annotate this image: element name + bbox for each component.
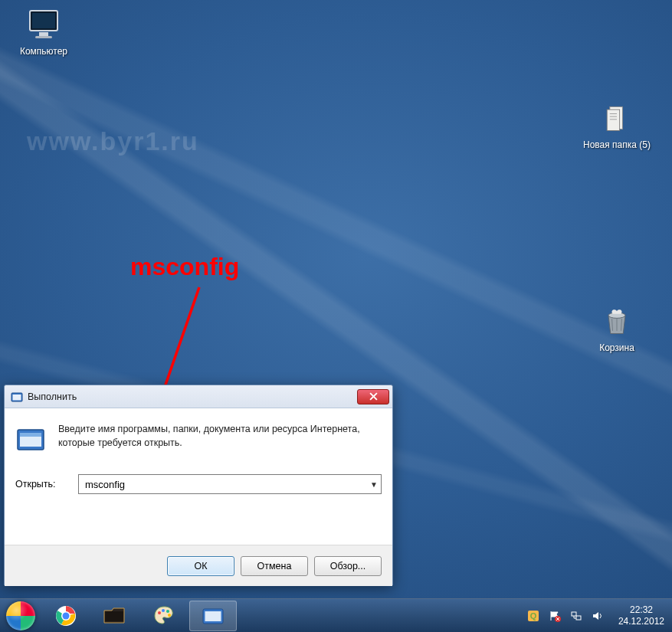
open-label: Открыть: xyxy=(15,479,70,490)
tray-network-icon[interactable] xyxy=(569,609,583,623)
svg-rect-28 xyxy=(205,611,221,621)
chrome-icon xyxy=(54,604,77,627)
windows-logo-icon xyxy=(6,601,35,630)
svg-rect-18 xyxy=(20,433,41,437)
run-dialog: Выполнить Введите имя программы, папки, … xyxy=(4,385,393,585)
svg-rect-2 xyxy=(39,32,48,36)
desktop-icon-new-folder[interactable]: Новая папка (5) xyxy=(582,100,651,150)
folder-icon xyxy=(598,100,635,136)
svg-text:Q: Q xyxy=(530,611,537,621)
desktop-icon-recycle-bin[interactable]: Корзина xyxy=(582,303,651,353)
clock-date: 24.12.2012 xyxy=(618,616,664,627)
tray-volume-icon[interactable] xyxy=(591,609,605,623)
taskbar-item-chrome[interactable] xyxy=(42,601,90,631)
svg-point-21 xyxy=(63,612,70,619)
cancel-button[interactable]: Отмена xyxy=(241,556,308,576)
chevron-down-icon: ▼ xyxy=(370,480,378,489)
close-button[interactable] xyxy=(357,389,389,404)
svg-rect-15 xyxy=(13,395,21,401)
system-tray: Q 22:32 24.12.2012 xyxy=(526,604,672,627)
svg-rect-22 xyxy=(105,611,123,621)
paint-icon xyxy=(152,604,175,627)
desktop-icon-label: Компьютер xyxy=(9,46,78,57)
svg-point-24 xyxy=(162,609,165,612)
taskbar: Q 22:32 24.12.2012 xyxy=(0,598,672,632)
svg-rect-32 xyxy=(572,612,576,616)
ok-button[interactable]: ОК xyxy=(167,556,234,576)
clock-time: 22:32 xyxy=(618,604,664,616)
browse-button[interactable]: Обзор... xyxy=(314,556,382,576)
taskbar-clock[interactable]: 22:32 24.12.2012 xyxy=(612,604,664,627)
taskbar-item-paint[interactable] xyxy=(140,601,188,631)
annotation-label: msconfig xyxy=(130,253,239,281)
run-icon xyxy=(202,607,225,625)
dialog-instruction: Введите имя программы, папки, документа … xyxy=(58,422,382,454)
tray-flag-blocked-icon[interactable] xyxy=(548,609,562,623)
watermark-text: www.byr1.ru xyxy=(27,126,199,156)
desktop-icon-label: Новая папка (5) xyxy=(582,139,651,150)
start-button[interactable] xyxy=(0,599,41,633)
svg-rect-5 xyxy=(607,110,620,131)
monitor-icon xyxy=(25,6,62,43)
taskbar-item-run-active[interactable] xyxy=(189,601,237,631)
command-combobox[interactable]: msconfig ▼ xyxy=(78,474,382,494)
run-title-icon xyxy=(11,391,23,403)
run-body-icon xyxy=(15,424,46,454)
dialog-title: Выполнить xyxy=(28,391,357,402)
desktop-icon-computer[interactable]: Компьютер xyxy=(9,6,78,57)
svg-rect-33 xyxy=(576,616,581,620)
svg-rect-1 xyxy=(32,13,55,28)
svg-point-23 xyxy=(158,611,161,614)
svg-point-26 xyxy=(168,614,171,617)
command-value: msconfig xyxy=(85,479,125,490)
trash-icon xyxy=(598,303,635,339)
desktop-icon-label: Корзина xyxy=(582,342,651,353)
svg-rect-3 xyxy=(35,36,52,38)
svg-point-25 xyxy=(166,610,169,613)
dialog-titlebar[interactable]: Выполнить xyxy=(5,385,392,408)
folder-icon xyxy=(103,606,127,626)
taskbar-item-explorer[interactable] xyxy=(91,601,139,631)
tray-notification-icon[interactable]: Q xyxy=(526,609,540,623)
desktop[interactable]: www.byr1.ru Компьютер Новая папка (5) xyxy=(0,0,672,632)
